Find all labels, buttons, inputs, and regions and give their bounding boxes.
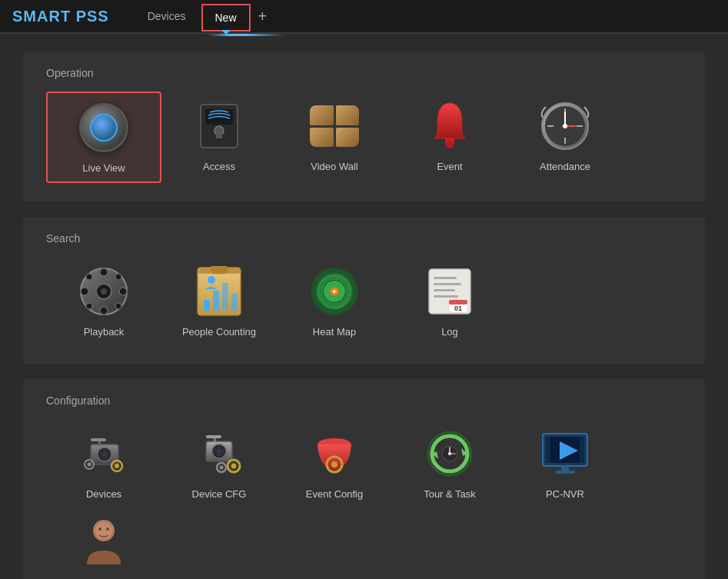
svg-point-63: [217, 449, 221, 454]
svg-rect-83: [546, 437, 550, 463]
access-item[interactable]: Access: [161, 92, 277, 183]
svg-point-59: [88, 463, 91, 467]
attendance-icon: [540, 101, 590, 151]
svg-point-33: [208, 276, 215, 284]
heat-map-item[interactable]: Heat Map: [277, 257, 392, 345]
svg-rect-65: [206, 435, 221, 438]
event-icon: [430, 100, 470, 152]
operation-icons-row: Live View Access: [46, 92, 682, 183]
event-config-icon: [313, 428, 356, 480]
playback-label: Playback: [84, 326, 125, 338]
tour-task-item[interactable]: Tour & Task: [392, 419, 507, 507]
log-icon-box: 01: [423, 265, 477, 318]
svg-rect-46: [434, 295, 458, 298]
svg-point-17: [101, 288, 107, 294]
svg-text:01: 01: [454, 304, 462, 312]
live-view-item[interactable]: Live View: [46, 92, 161, 183]
device-cfg-icon-box: [192, 427, 246, 481]
config-devices-icon-box: [77, 427, 131, 481]
attendance-label: Attendance: [540, 161, 590, 172]
svg-point-14: [563, 124, 567, 128]
logo-pss: PSS: [76, 8, 109, 25]
user-item[interactable]: User: [46, 507, 161, 579]
svg-point-19: [100, 307, 108, 314]
header: SMART PSS Devices New +: [0, 0, 728, 34]
event-item[interactable]: Event: [392, 92, 507, 183]
search-icons-row: Playback: [46, 257, 682, 345]
logo-smart: SMART: [12, 8, 71, 25]
svg-point-21: [119, 288, 127, 295]
playback-icon-box: [77, 265, 131, 318]
tour-task-icon-box: [423, 427, 477, 481]
video-wall-icon-box: [307, 99, 361, 153]
svg-rect-29: [204, 300, 210, 311]
playback-item[interactable]: Playback: [46, 257, 161, 345]
people-counting-item[interactable]: People Counting: [161, 257, 277, 345]
svg-point-79: [448, 452, 451, 455]
config-devices-icon: [77, 432, 131, 475]
pc-nvr-icon-box: [538, 427, 592, 481]
app-logo: SMART PSS: [12, 8, 109, 25]
event-label: Event: [437, 161, 462, 172]
user-icon: [84, 517, 124, 567]
user-icon-box: [77, 515, 131, 569]
config-devices-item[interactable]: Devices: [46, 419, 161, 507]
video-wall-item[interactable]: Video Wall: [277, 92, 392, 183]
svg-rect-44: [434, 283, 461, 285]
search-section: Search: [23, 217, 705, 364]
log-icon: 01: [427, 266, 472, 317]
svg-point-23: [115, 274, 121, 280]
video-wall-label: Video Wall: [311, 161, 357, 172]
svg-rect-86: [555, 471, 575, 474]
playback-icon: [78, 266, 129, 317]
svg-rect-84: [580, 437, 584, 463]
configuration-section: Configuration: [23, 379, 705, 579]
live-view-icon-box: [77, 101, 131, 155]
attendance-item[interactable]: Attendance: [507, 92, 623, 183]
pc-nvr-item[interactable]: PC-NVR: [507, 419, 623, 507]
main-content: Operation Live View: [0, 36, 728, 579]
configuration-title: Configuration: [46, 394, 682, 407]
svg-rect-3: [216, 134, 222, 138]
event-config-item[interactable]: Event Config: [277, 419, 392, 507]
operation-section: Operation Live View: [23, 52, 705, 201]
add-tab-button[interactable]: +: [251, 8, 275, 25]
svg-rect-31: [222, 283, 228, 311]
access-label: Access: [203, 161, 235, 172]
live-view-label: Live View: [82, 162, 125, 174]
svg-point-22: [86, 274, 92, 280]
config-devices-label: Devices: [86, 488, 121, 500]
svg-point-69: [220, 466, 224, 470]
event-config-label: Event Config: [306, 488, 363, 500]
svg-rect-85: [561, 466, 569, 471]
svg-point-90: [106, 527, 109, 531]
live-view-icon: [79, 103, 128, 152]
svg-point-20: [81, 288, 88, 295]
svg-point-18: [100, 268, 108, 276]
video-wall-icon: [310, 105, 359, 147]
svg-point-25: [115, 303, 121, 309]
svg-point-72: [331, 461, 337, 468]
people-counting-icon: [196, 266, 242, 317]
access-icon-box: [192, 99, 246, 153]
svg-point-89: [98, 527, 101, 531]
device-cfg-item[interactable]: Device CFG: [161, 419, 277, 507]
operation-title: Operation: [46, 67, 682, 79]
tab-new[interactable]: New: [201, 4, 251, 32]
access-icon: [198, 101, 241, 151]
log-label: Log: [441, 326, 458, 338]
people-counting-label: People Counting: [182, 326, 256, 338]
tab-devices[interactable]: Devices: [132, 0, 201, 33]
svg-point-67: [231, 464, 237, 469]
svg-rect-28: [210, 266, 228, 274]
search-title: Search: [46, 232, 682, 245]
svg-point-53: [102, 452, 107, 457]
log-item[interactable]: 01 Log: [392, 257, 507, 345]
people-counting-icon-box: [192, 265, 246, 318]
attendance-icon-box: [538, 99, 592, 153]
tour-task-icon: [424, 428, 475, 479]
device-cfg-label: Device CFG: [192, 488, 247, 500]
heat-map-label: Heat Map: [313, 326, 356, 338]
svg-rect-45: [434, 289, 455, 291]
configuration-icons-row: Devices: [46, 419, 682, 579]
